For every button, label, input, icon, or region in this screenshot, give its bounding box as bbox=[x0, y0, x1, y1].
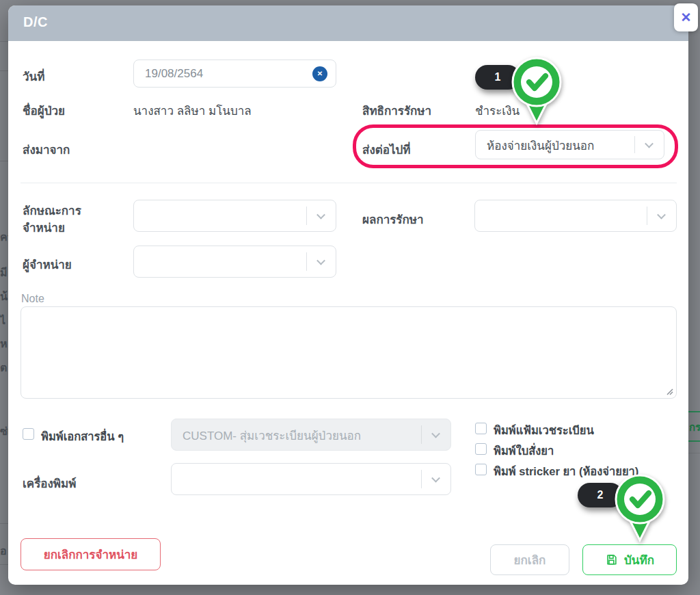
print-sticker-checkbox[interactable] bbox=[475, 464, 487, 475]
print-other-docs-label: พิมพ์เอกสารอื่น ๆ bbox=[41, 427, 124, 445]
sent-from-label: ส่งมาจาก bbox=[23, 140, 70, 159]
backdrop-line bbox=[0, 161, 8, 161]
backdrop-line bbox=[0, 70, 8, 71]
dialog-header: D/C bbox=[8, 5, 688, 41]
select-divider bbox=[306, 252, 307, 271]
print-other-docs-checkbox[interactable] bbox=[23, 428, 34, 440]
chevron-down-icon bbox=[431, 429, 440, 438]
patient-name-value: นางสาว ลลิษา มโนบาล bbox=[133, 101, 252, 120]
treatment-result-select[interactable] bbox=[474, 200, 677, 232]
save-button[interactable]: บันทึก bbox=[582, 544, 677, 575]
chevron-down-icon bbox=[431, 473, 440, 482]
print-medical-file-checkbox[interactable] bbox=[475, 423, 487, 434]
select-divider bbox=[421, 425, 422, 444]
forward-to-selected-value: ห้องจ่ายเงินผู้ป่วยนอก bbox=[487, 135, 594, 154]
backdrop-text-fragment: น้ bbox=[0, 288, 8, 305]
note-textarea[interactable] bbox=[21, 306, 677, 399]
clear-icon: ✕ bbox=[317, 70, 323, 77]
discharge-type-label: ลักษณะการ bbox=[23, 201, 81, 220]
select-divider bbox=[306, 207, 307, 225]
date-label: วันที่ bbox=[23, 67, 44, 85]
cancel-button[interactable]: ยกเลิก bbox=[490, 544, 569, 575]
discharger-select[interactable] bbox=[133, 246, 336, 278]
forward-to-label: ส่งต่อไปที่ bbox=[362, 140, 410, 159]
select-divider bbox=[421, 470, 422, 488]
select-divider bbox=[647, 207, 647, 225]
select-divider bbox=[634, 136, 635, 153]
section-divider bbox=[21, 183, 677, 183]
print-prescription-checkbox[interactable] bbox=[475, 443, 487, 455]
backdrop-line bbox=[0, 41, 8, 42]
discharger-label: ผู้จำหน่าย bbox=[23, 255, 72, 274]
printer-select[interactable] bbox=[171, 463, 451, 495]
treatment-right-label: สิทธิการรักษา bbox=[362, 101, 431, 120]
other-docs-selected-value: CUSTOM- สุ่มเวชระเบียนผู้ป่วยนอก bbox=[183, 425, 361, 444]
treatment-result-label: ผลการรักษา bbox=[362, 210, 424, 228]
backdrop-text-fragment: คว bbox=[0, 228, 8, 246]
backdrop-text-fragment: กร bbox=[689, 419, 700, 436]
discharge-dialog: D/C วันที่ ✕ ชื่อผู้ป่วย นางสาว ลลิษา มโ… bbox=[8, 5, 688, 585]
print-prescription-label: พิมพ์ใบสั่งยา bbox=[494, 442, 554, 460]
patient-name-label: ชื่อผู้ป่วย bbox=[23, 101, 65, 120]
backdrop-text-fragment: มี bbox=[0, 264, 8, 281]
save-button-label: บันทึก bbox=[624, 551, 654, 569]
backdrop-text-fragment: อ bbox=[0, 542, 8, 559]
backdrop-text-fragment: ไ bbox=[0, 312, 8, 329]
backdrop-text-fragment: ห bbox=[0, 335, 8, 352]
chevron-down-icon bbox=[657, 210, 666, 219]
clear-date-button[interactable]: ✕ bbox=[312, 66, 327, 81]
backdrop-text-fragment: ต bbox=[0, 359, 8, 376]
printer-label: เครื่องพิมพ์ bbox=[23, 474, 76, 492]
backdrop-text-fragment: ซ่เ bbox=[0, 423, 8, 440]
save-icon bbox=[605, 553, 618, 566]
chevron-down-icon bbox=[317, 256, 325, 265]
cancel-discharge-button[interactable]: ยกเลิกการจำหน่าย bbox=[21, 538, 161, 570]
note-label: Note bbox=[21, 293, 44, 305]
backdrop-line bbox=[688, 453, 700, 453]
date-input[interactable] bbox=[134, 60, 336, 87]
other-docs-select: CUSTOM- สุ่มเวชระเบียนผู้ป่วยนอก bbox=[171, 419, 451, 451]
chevron-down-icon bbox=[317, 210, 325, 219]
step-1-check-pin-icon bbox=[504, 56, 569, 127]
chevron-down-icon bbox=[645, 139, 654, 148]
close-button[interactable]: ✕ bbox=[674, 3, 698, 31]
discharge-type-select[interactable] bbox=[133, 200, 336, 232]
backdrop-line bbox=[0, 564, 8, 565]
close-icon: ✕ bbox=[681, 10, 692, 25]
step-2-check-pin-icon bbox=[607, 473, 673, 544]
print-medical-file-label: พิมพ์แฟ้มเวชระเบียน bbox=[494, 421, 594, 439]
forward-to-select[interactable]: ห้องจ่ายเงินผู้ป่วยนอก bbox=[475, 130, 664, 159]
backdrop-green-line bbox=[688, 411, 700, 412]
dialog-title: D/C bbox=[23, 14, 48, 30]
date-field[interactable]: ✕ bbox=[133, 60, 336, 88]
backdrop-line bbox=[0, 523, 8, 524]
backdrop-green-line bbox=[688, 440, 700, 442]
discharge-type-label-line2: จำหน่าย bbox=[23, 218, 65, 237]
screen: คว มี น้ ไ ห ต ซ่เ อ กร ✕ D/C วันที่ ✕ ช… bbox=[0, 0, 700, 595]
